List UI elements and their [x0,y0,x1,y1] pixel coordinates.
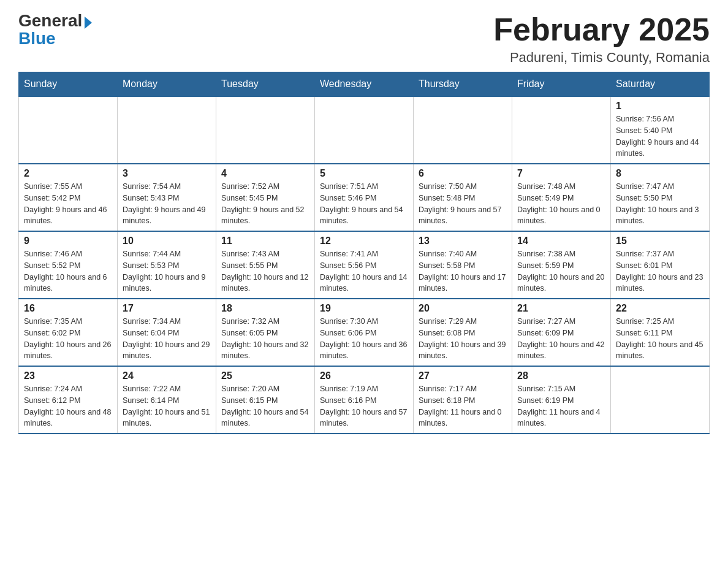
calendar-cell: 2Sunrise: 7:55 AM Sunset: 5:42 PM Daylig… [19,164,118,231]
day-number: 12 [320,236,408,247]
logo-general-text: General [18,11,82,30]
day-number: 2 [24,168,112,179]
day-number: 1 [616,101,704,112]
day-number: 16 [24,303,112,314]
page-header: General Blue February 2025 Padureni, Tim… [18,12,710,66]
calendar-cell: 6Sunrise: 7:50 AM Sunset: 5:48 PM Daylig… [414,164,512,231]
weekday-header-thursday: Thursday [414,72,512,97]
day-info: Sunrise: 7:22 AM Sunset: 6:14 PM Dayligh… [123,383,211,429]
day-number: 18 [221,303,309,314]
day-number: 14 [517,236,605,247]
day-number: 6 [419,168,507,179]
day-number: 28 [517,370,605,381]
day-info: Sunrise: 7:30 AM Sunset: 6:06 PM Dayligh… [320,316,408,362]
location-subtitle: Padureni, Timis County, Romania [493,50,710,66]
day-info: Sunrise: 7:32 AM Sunset: 6:05 PM Dayligh… [221,316,309,362]
calendar-cell: 9Sunrise: 7:46 AM Sunset: 5:52 PM Daylig… [19,231,118,299]
month-year-title: February 2025 [493,12,710,47]
calendar-week-row: 9Sunrise: 7:46 AM Sunset: 5:52 PM Daylig… [19,231,710,299]
calendar-cell: 8Sunrise: 7:47 AM Sunset: 5:50 PM Daylig… [611,164,710,231]
day-number: 25 [221,370,309,381]
calendar-cell: 24Sunrise: 7:22 AM Sunset: 6:14 PM Dayli… [118,366,216,434]
day-number: 23 [24,370,112,381]
calendar-cell: 7Sunrise: 7:48 AM Sunset: 5:49 PM Daylig… [512,164,611,231]
calendar-cell: 11Sunrise: 7:43 AM Sunset: 5:55 PM Dayli… [216,231,315,299]
day-info: Sunrise: 7:46 AM Sunset: 5:52 PM Dayligh… [24,248,112,294]
calendar-cell: 27Sunrise: 7:17 AM Sunset: 6:18 PM Dayli… [414,366,512,434]
calendar-week-row: 2Sunrise: 7:55 AM Sunset: 5:42 PM Daylig… [19,164,710,231]
calendar-week-row: 23Sunrise: 7:24 AM Sunset: 6:12 PM Dayli… [19,366,710,434]
day-info: Sunrise: 7:34 AM Sunset: 6:04 PM Dayligh… [123,316,211,362]
calendar-cell: 23Sunrise: 7:24 AM Sunset: 6:12 PM Dayli… [19,366,118,434]
day-info: Sunrise: 7:50 AM Sunset: 5:48 PM Dayligh… [419,181,507,227]
day-info: Sunrise: 7:29 AM Sunset: 6:08 PM Dayligh… [419,316,507,362]
weekday-header-saturday: Saturday [611,72,710,97]
day-number: 5 [320,168,408,179]
day-info: Sunrise: 7:17 AM Sunset: 6:18 PM Dayligh… [419,383,507,429]
calendar-header: SundayMondayTuesdayWednesdayThursdayFrid… [19,72,710,97]
day-info: Sunrise: 7:38 AM Sunset: 5:59 PM Dayligh… [517,248,605,294]
day-number: 26 [320,370,408,381]
day-number: 20 [419,303,507,314]
logo: General Blue [18,12,92,47]
calendar-cell [512,96,611,164]
day-info: Sunrise: 7:20 AM Sunset: 6:15 PM Dayligh… [221,383,309,429]
day-info: Sunrise: 7:15 AM Sunset: 6:19 PM Dayligh… [517,383,605,429]
calendar-cell: 13Sunrise: 7:40 AM Sunset: 5:58 PM Dayli… [414,231,512,299]
day-info: Sunrise: 7:54 AM Sunset: 5:43 PM Dayligh… [123,181,211,227]
title-section: February 2025 Padureni, Timis County, Ro… [493,12,710,66]
logo-arrow-icon [85,17,92,29]
weekday-header-friday: Friday [512,72,611,97]
day-info: Sunrise: 7:27 AM Sunset: 6:09 PM Dayligh… [517,316,605,362]
day-info: Sunrise: 7:52 AM Sunset: 5:45 PM Dayligh… [221,181,309,227]
calendar-body: 1Sunrise: 7:56 AM Sunset: 5:40 PM Daylig… [19,96,710,434]
day-info: Sunrise: 7:44 AM Sunset: 5:53 PM Dayligh… [123,248,211,294]
calendar-cell: 19Sunrise: 7:30 AM Sunset: 6:06 PM Dayli… [315,299,414,366]
calendar-cell: 10Sunrise: 7:44 AM Sunset: 5:53 PM Dayli… [118,231,216,299]
calendar-cell: 28Sunrise: 7:15 AM Sunset: 6:19 PM Dayli… [512,366,611,434]
calendar-cell: 4Sunrise: 7:52 AM Sunset: 5:45 PM Daylig… [216,164,315,231]
day-info: Sunrise: 7:35 AM Sunset: 6:02 PM Dayligh… [24,316,112,362]
calendar-cell: 22Sunrise: 7:25 AM Sunset: 6:11 PM Dayli… [611,299,710,366]
day-number: 21 [517,303,605,314]
calendar-cell [19,96,118,164]
calendar-cell: 5Sunrise: 7:51 AM Sunset: 5:46 PM Daylig… [315,164,414,231]
calendar-cell: 14Sunrise: 7:38 AM Sunset: 5:59 PM Dayli… [512,231,611,299]
day-info: Sunrise: 7:37 AM Sunset: 6:01 PM Dayligh… [616,248,704,294]
day-info: Sunrise: 7:47 AM Sunset: 5:50 PM Dayligh… [616,181,704,227]
weekday-header-sunday: Sunday [19,72,118,97]
calendar-cell: 26Sunrise: 7:19 AM Sunset: 6:16 PM Dayli… [315,366,414,434]
day-info: Sunrise: 7:51 AM Sunset: 5:46 PM Dayligh… [320,181,408,227]
calendar-cell: 18Sunrise: 7:32 AM Sunset: 6:05 PM Dayli… [216,299,315,366]
calendar-cell [216,96,315,164]
weekday-header-wednesday: Wednesday [315,72,414,97]
calendar-cell [118,96,216,164]
calendar-week-row: 1Sunrise: 7:56 AM Sunset: 5:40 PM Daylig… [19,96,710,164]
day-number: 4 [221,168,309,179]
calendar-cell: 16Sunrise: 7:35 AM Sunset: 6:02 PM Dayli… [19,299,118,366]
day-info: Sunrise: 7:43 AM Sunset: 5:55 PM Dayligh… [221,248,309,294]
weekday-row: SundayMondayTuesdayWednesdayThursdayFrid… [19,72,710,97]
calendar-table: SundayMondayTuesdayWednesdayThursdayFrid… [18,72,710,434]
day-info: Sunrise: 7:24 AM Sunset: 6:12 PM Dayligh… [24,383,112,429]
day-number: 15 [616,236,704,247]
day-number: 19 [320,303,408,314]
calendar-cell: 17Sunrise: 7:34 AM Sunset: 6:04 PM Dayli… [118,299,216,366]
day-number: 7 [517,168,605,179]
calendar-cell: 20Sunrise: 7:29 AM Sunset: 6:08 PM Dayli… [414,299,512,366]
calendar-cell: 21Sunrise: 7:27 AM Sunset: 6:09 PM Dayli… [512,299,611,366]
day-info: Sunrise: 7:25 AM Sunset: 6:11 PM Dayligh… [616,316,704,362]
day-number: 22 [616,303,704,314]
day-info: Sunrise: 7:40 AM Sunset: 5:58 PM Dayligh… [419,248,507,294]
calendar-cell: 1Sunrise: 7:56 AM Sunset: 5:40 PM Daylig… [611,96,710,164]
day-number: 27 [419,370,507,381]
calendar-cell: 12Sunrise: 7:41 AM Sunset: 5:56 PM Dayli… [315,231,414,299]
calendar-cell [315,96,414,164]
calendar-cell: 3Sunrise: 7:54 AM Sunset: 5:43 PM Daylig… [118,164,216,231]
day-number: 11 [221,236,309,247]
calendar-cell: 15Sunrise: 7:37 AM Sunset: 6:01 PM Dayli… [611,231,710,299]
day-number: 24 [123,370,211,381]
day-info: Sunrise: 7:55 AM Sunset: 5:42 PM Dayligh… [24,181,112,227]
calendar-cell [611,366,710,434]
day-number: 8 [616,168,704,179]
